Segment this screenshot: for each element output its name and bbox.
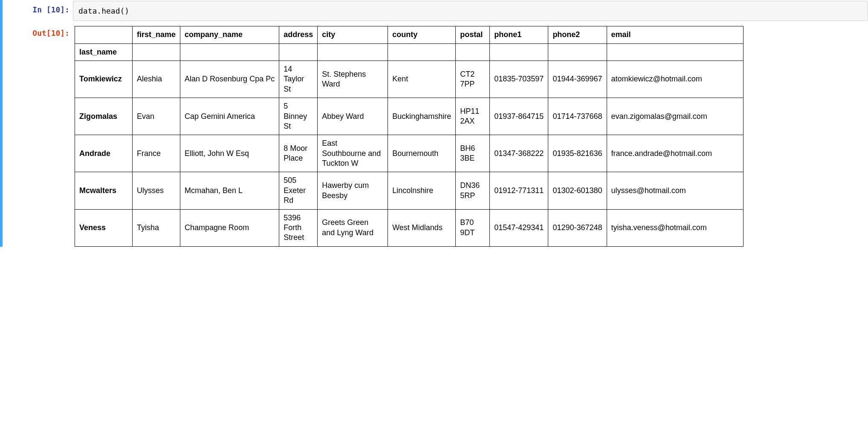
cell-first_name: Aleshia [133,61,180,98]
cell-phone2: 01302-601380 [548,172,607,209]
cell-phone1: 01912-771311 [490,172,548,209]
table-row: Tomkiewicz Aleshia Alan D Rosenburg Cpa … [75,61,744,98]
dataframe-table: first_name company_name address city cou… [75,26,744,247]
col-header-email: email [607,26,743,43]
output-prompt: Out[10]: [3,23,73,247]
cell-postal: B70 9DT [456,209,490,246]
cell-company_name: Elliott, John W Esq [180,135,279,172]
row-index: Mcwalters [75,172,133,209]
cell-company_name: Champagne Room [180,209,279,246]
col-header-county: county [388,26,456,43]
cell-county: Kent [388,61,456,98]
cell-company_name: Alan D Rosenburg Cpa Pc [180,61,279,98]
cell-email: ulysses@hotmail.com [607,172,743,209]
cell-company_name: Cap Gemini America [180,98,279,135]
cell-city: East Southbourne and Tuckton W [318,135,388,172]
notebook-cell: In [10]: data.head() Out[10]: first_name… [0,0,868,247]
cell-postal: HP11 2AX [456,98,490,135]
cell-address: 5 Binney St [279,98,318,135]
cell-phone1: 01347-368222 [490,135,548,172]
index-name-row: last_name [75,43,744,61]
cell-first_name: Tyisha [133,209,180,246]
cell-address: 14 Taylor St [279,61,318,98]
cell-company_name: Mcmahan, Ben L [180,172,279,209]
index-name: last_name [75,43,133,61]
col-header-address: address [279,26,318,43]
cell-first_name: France [133,135,180,172]
cell-county: West Midlands [388,209,456,246]
col-header-first_name: first_name [133,26,180,43]
table-header-row: first_name company_name address city cou… [75,26,744,43]
cell-phone1: 01547-429341 [490,209,548,246]
cell-county: Buckinghamshire [388,98,456,135]
cell-postal: DN36 5RP [456,172,490,209]
output-row: Out[10]: first_name company_name address… [3,23,868,247]
cell-phone2: 01935-821636 [548,135,607,172]
row-index: Tomkiewicz [75,61,133,98]
cell-email: atomkiewicz@hotmail.com [607,61,743,98]
col-header-city: city [318,26,388,43]
cell-first_name: Ulysses [133,172,180,209]
cell-county: Lincolnshire [388,172,456,209]
col-header-postal: postal [456,26,490,43]
cell-postal: CT2 7PP [456,61,490,98]
cell-address: 505 Exeter Rd [279,172,318,209]
cell-city: Hawerby cum Beesby [318,172,388,209]
row-index: Veness [75,209,133,246]
cell-address: 8 Moor Place [279,135,318,172]
col-header-phone1: phone1 [490,26,548,43]
input-prompt: In [10]: [3,0,73,22]
cell-first_name: Evan [133,98,180,135]
cell-phone2: 01714-737668 [548,98,607,135]
code-cell[interactable]: data.head() [73,1,868,21]
cell-phone1: 01937-864715 [490,98,548,135]
cell-city: Abbey Ward [318,98,388,135]
cell-city: St. Stephens Ward [318,61,388,98]
table-row: Zigomalas Evan Cap Gemini America 5 Binn… [75,98,744,135]
col-header-phone2: phone2 [548,26,607,43]
table-row: Andrade France Elliott, John W Esq 8 Moo… [75,135,744,172]
row-index: Zigomalas [75,98,133,135]
cell-postal: BH6 3BE [456,135,490,172]
table-body: Tomkiewicz Aleshia Alan D Rosenburg Cpa … [75,61,744,246]
cell-email: evan.zigomalas@gmail.com [607,98,743,135]
cell-phone2: 01290-367248 [548,209,607,246]
cell-email: france.andrade@hotmail.com [607,135,743,172]
table-row: Veness Tyisha Champagne Room 5396 Forth … [75,209,744,246]
cell-phone2: 01944-369967 [548,61,607,98]
cell-address: 5396 Forth Street [279,209,318,246]
cell-email: tyisha.veness@hotmail.com [607,209,743,246]
index-header-blank [75,26,133,43]
output-area: first_name company_name address city cou… [73,23,868,247]
cell-phone1: 01835-703597 [490,61,548,98]
col-header-company_name: company_name [180,26,279,43]
row-index: Andrade [75,135,133,172]
input-row: In [10]: data.head() [3,0,868,22]
cell-city: Greets Green and Lyng Ward [318,209,388,246]
cell-county: Bournemouth [388,135,456,172]
table-row: Mcwalters Ulysses Mcmahan, Ben L 505 Exe… [75,172,744,209]
